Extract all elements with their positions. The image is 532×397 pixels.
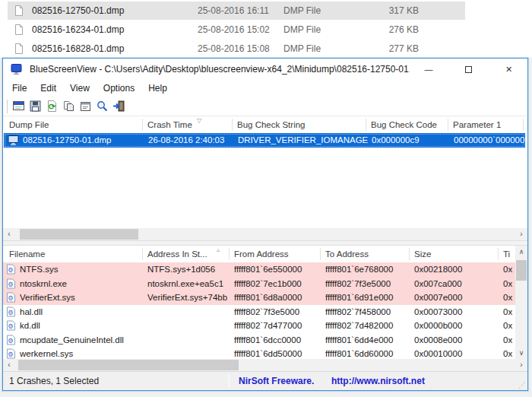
module-row[interactable]: ⚙ hal.dll fffff802`7f3e5000 fffff802`7f4… bbox=[3, 305, 515, 319]
scroll-right-icon[interactable]: › bbox=[515, 228, 527, 240]
scrollbar-thumb[interactable] bbox=[20, 229, 138, 240]
from-address-cell: fffff802`7d477000 bbox=[234, 319, 319, 333]
pane-splitter[interactable] bbox=[3, 240, 527, 246]
minimize-button[interactable]: — bbox=[411, 59, 446, 80]
to-address-cell: fffff801`6dd4e000 bbox=[325, 333, 407, 348]
column-address-in-stack[interactable]: Address In St... bbox=[147, 246, 207, 262]
size-cell: 0x0000b000 bbox=[414, 319, 494, 333]
menu-options[interactable]: Options bbox=[97, 80, 141, 97]
time-cell: 0x bbox=[503, 262, 515, 277]
close-button[interactable]: ✕ bbox=[490, 59, 527, 80]
column-filename[interactable]: Filename bbox=[9, 246, 45, 262]
filename-cell: NTFS.sys bbox=[20, 262, 140, 277]
driver-file-icon: ⚙ bbox=[6, 292, 16, 303]
maximize-button[interactable] bbox=[451, 59, 486, 80]
column-size[interactable]: Size bbox=[414, 246, 431, 262]
scrollbar-thumb[interactable] bbox=[516, 260, 527, 281]
copy-icon[interactable] bbox=[62, 100, 75, 113]
maximize-icon bbox=[465, 66, 472, 73]
column-time-truncated[interactable]: Ti bbox=[503, 246, 510, 262]
column-crash-time[interactable]: Crash Time bbox=[147, 116, 192, 133]
title-bar: BlueScreenView - C:\Users\Adity\Desktop\… bbox=[3, 59, 527, 80]
svg-text:⚙: ⚙ bbox=[8, 309, 14, 316]
explorer-row-dmp-file[interactable]: 082516-12750-01.dmp 25-08-2016 16:11 DMP… bbox=[8, 2, 465, 20]
svg-text:⚙: ⚙ bbox=[8, 281, 14, 288]
column-parameter-1[interactable]: Parameter 1 bbox=[453, 116, 501, 133]
size-cell: 0x00218000 bbox=[414, 262, 494, 277]
svg-text:⚙: ⚙ bbox=[8, 322, 14, 330]
exit-icon[interactable] bbox=[112, 100, 125, 113]
nirsoft-brand-text: NirSoft Freeware. bbox=[239, 372, 314, 390]
svg-text:⚙: ⚙ bbox=[8, 294, 14, 302]
filename-cell: mcupdate_GenuineIntel.dll bbox=[20, 333, 140, 348]
upper-horizontal-scrollbar[interactable]: ‹ › bbox=[3, 228, 527, 240]
from-address-cell: fffff802`7f3e5000 bbox=[234, 305, 319, 319]
menu-bar: File Edit View Options Help bbox=[5, 80, 174, 97]
time-cell: 0x bbox=[503, 277, 515, 291]
svg-text:⚙: ⚙ bbox=[8, 337, 14, 345]
module-row[interactable]: ⚙ NTFS.sys NTFS.sys+1d056 fffff801`6e550… bbox=[3, 262, 515, 277]
size-cell: 0x0008e000 bbox=[414, 333, 494, 348]
column-dump-file[interactable]: Dump File bbox=[9, 116, 49, 133]
status-divider bbox=[229, 374, 230, 388]
explorer-row-dmp-file[interactable]: 082516-16234-01.dmp 25-08-2016 15:02 DMP… bbox=[8, 21, 465, 39]
scroll-left-icon[interactable]: ‹ bbox=[3, 228, 15, 240]
from-address-cell: fffff801`6dcc0000 bbox=[234, 333, 319, 348]
menu-help[interactable]: Help bbox=[141, 80, 174, 97]
lower-vertical-scrollbar[interactable]: ∧ ∨ bbox=[515, 246, 527, 359]
column-from-address[interactable]: From Address bbox=[234, 246, 289, 262]
module-row[interactable]: ⚙ werkernel.sys fffff801`6dd50000 fffff8… bbox=[3, 347, 515, 359]
file-name: 082516-16828-01.dmp bbox=[32, 43, 198, 54]
module-row[interactable]: ⚙ VerifierExt.sys VerifierExt.sys+74bb f… bbox=[3, 291, 515, 305]
toolbar: ⟳ bbox=[3, 97, 527, 116]
file-size: 276 KB bbox=[364, 24, 419, 35]
scroll-down-icon[interactable]: ∨ bbox=[515, 347, 527, 359]
menu-view[interactable]: View bbox=[63, 80, 97, 97]
file-date: 25-08-2016 15:02 bbox=[198, 24, 283, 35]
module-row[interactable]: ⚙ kd.dll fffff802`7d477000 fffff802`7d48… bbox=[3, 319, 515, 333]
refresh-icon[interactable]: ⟳ bbox=[46, 100, 59, 113]
column-to-address[interactable]: To Address bbox=[325, 246, 369, 262]
save-icon[interactable] bbox=[29, 100, 42, 113]
svg-text:⚙: ⚙ bbox=[8, 266, 14, 274]
scroll-right-icon[interactable]: › bbox=[515, 359, 527, 371]
filename-cell: VerifierExt.sys bbox=[20, 291, 140, 305]
toolbar-grip[interactable] bbox=[7, 100, 8, 113]
lower-horizontal-scrollbar[interactable]: ‹ › bbox=[3, 359, 527, 371]
file-icon bbox=[13, 24, 25, 36]
parameter-1-cell: 00000000`000000... bbox=[454, 133, 525, 148]
module-row[interactable]: ⚙ mcupdate_GenuineIntel.dll fffff801`6dc… bbox=[3, 333, 515, 348]
sort-desc-icon: ▽ bbox=[197, 117, 201, 124]
bluescreenview-app-icon bbox=[11, 63, 23, 75]
advanced-options-icon[interactable] bbox=[12, 100, 25, 113]
time-cell: 0x bbox=[503, 291, 515, 305]
from-address-cell: fffff802`7ec1b000 bbox=[234, 277, 319, 291]
file-icon bbox=[13, 5, 25, 17]
driver-file-icon: ⚙ bbox=[6, 348, 16, 359]
module-row[interactable]: ⚙ ntoskrnl.exe ntoskrnl.exe+ea5c1 fffff8… bbox=[3, 277, 515, 291]
driver-file-icon: ⚙ bbox=[6, 306, 16, 317]
menu-file[interactable]: File bbox=[5, 80, 33, 97]
properties-icon[interactable] bbox=[79, 100, 92, 113]
time-cell: 0x bbox=[503, 319, 515, 333]
window-title: BlueScreenView - C:\Users\Adity\Desktop\… bbox=[30, 64, 410, 75]
resize-grip-icon[interactable]: ⋰ bbox=[518, 381, 526, 389]
scroll-left-icon[interactable]: ‹ bbox=[3, 359, 15, 371]
size-cell: 0x00010000 bbox=[414, 347, 494, 359]
crash-dump-row-selected[interactable]: 082516-12750-01.dmp 26-08-2016 2:40:03 D… bbox=[4, 133, 525, 148]
explorer-row-dmp-file[interactable]: 082516-16828-01.dmp 25-08-2016 15:08 DMP… bbox=[8, 40, 465, 58]
sort-asc-icon: ▵ bbox=[217, 246, 220, 253]
to-address-cell: fffff801`6dd60000 bbox=[325, 347, 407, 359]
find-icon[interactable] bbox=[96, 100, 109, 113]
column-bug-check-code[interactable]: Bug Check Code bbox=[371, 116, 437, 133]
scroll-up-icon[interactable]: ∧ bbox=[515, 246, 527, 258]
driver-module-list: ⚙ NTFS.sys NTFS.sys+1d056 fffff801`6e550… bbox=[3, 262, 515, 359]
filename-cell: kd.dll bbox=[20, 319, 140, 333]
column-bug-check-string[interactable]: Bug Check String bbox=[237, 116, 306, 133]
size-cell: 0x0007e000 bbox=[414, 291, 494, 305]
address-in-stack-cell: ntoskrnl.exe+ea5c1 bbox=[147, 277, 227, 291]
menu-edit[interactable]: Edit bbox=[33, 80, 63, 97]
file-type: DMP File bbox=[283, 5, 364, 16]
driver-file-icon: ⚙ bbox=[6, 278, 16, 289]
scrollbar-thumb[interactable] bbox=[18, 360, 239, 370]
